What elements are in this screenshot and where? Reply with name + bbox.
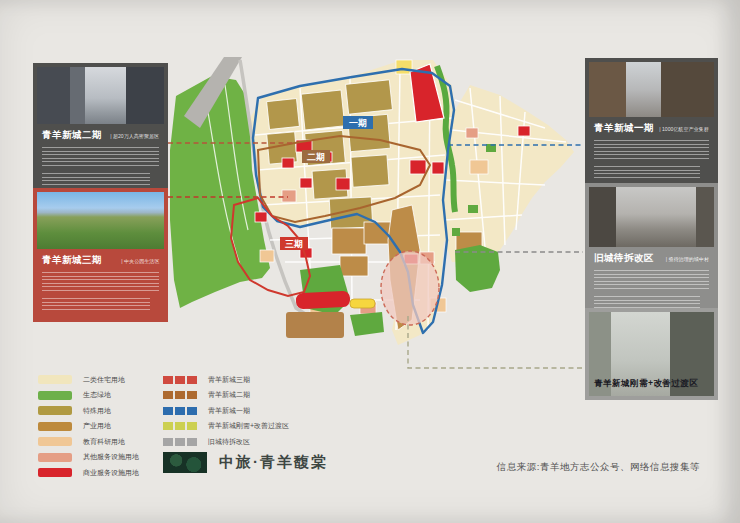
legend-color-swatch (38, 453, 72, 462)
card-phase2-subtitle: | 超20万人高密聚居区 (110, 133, 159, 139)
card-phase3-bodytext (42, 272, 159, 293)
commercial-strip (296, 291, 351, 310)
legend-dash-swatch (163, 438, 197, 446)
card-phase2: 青羊新城二期 | 超20万人高密聚居区 (33, 63, 168, 197)
yellow-badge (350, 299, 375, 308)
legend-label: 商业服务设施用地 (83, 468, 139, 478)
card-phase1-bodytext (594, 140, 709, 161)
legend-landuse-item: 特殊用地 (38, 403, 139, 419)
phase2-photo (37, 67, 164, 124)
legend-label: 其他服务设施用地 (83, 452, 139, 462)
legend-boundaries: 青羊新城三期 青羊新城二期 青羊新城一期 青羊新城刚需+改善过渡区 旧城待拆改区 (163, 372, 289, 450)
card-phase2-bodytext (42, 147, 159, 168)
legend-label: 特殊用地 (83, 406, 111, 416)
legend-label: 旧城待拆改区 (208, 437, 250, 447)
legend-label: 青羊新城二期 (208, 390, 250, 400)
legend-boundary-item: 旧城待拆改区 (163, 434, 289, 450)
card-phase1-bodytext2 (594, 166, 700, 179)
card-phase3-bodytext2 (42, 298, 150, 311)
legend-label: 生态绿地 (83, 390, 111, 400)
legend-label: 教育科研用地 (83, 437, 125, 447)
legend-label: 青羊新城一期 (208, 406, 250, 416)
phase3-badge-label: 三期 (285, 239, 303, 249)
legend-label: 青羊新城刚需+改善过渡区 (208, 421, 289, 431)
legend-color-swatch (38, 375, 72, 384)
legend-dash-swatch (163, 407, 197, 415)
legend-boundary-item: 青羊新城刚需+改善过渡区 (163, 419, 289, 435)
legend-landuse-item: 教育科研用地 (38, 434, 139, 450)
legend-landuse: 二类住宅用地 生态绿地 特殊用地 产业用地 教育科研用地 其他服务设施用地 商业… (38, 372, 139, 481)
card-phase1-title: 青羊新城一期 (594, 122, 654, 135)
oldtown-photo (589, 187, 714, 247)
legend-landuse-item: 产业用地 (38, 419, 139, 435)
legend-dash-swatch (163, 422, 197, 430)
legend-color-swatch (38, 437, 72, 446)
phase1-photo (589, 62, 714, 117)
card-phase3: 青羊新城三期 | 中央公园生活区 (33, 188, 168, 322)
card-phase3-title: 青羊新城三期 (42, 254, 102, 267)
brand-block: 中旅·青羊馥棠 (163, 452, 328, 473)
oldtown-highlight-ellipse (381, 251, 439, 325)
card-transition-title: 青羊新城刚需+改善过渡区 (594, 378, 698, 390)
phase2-badge-label: 二期 (307, 152, 325, 162)
legend-label: 青羊新城三期 (208, 375, 250, 385)
legend-dash-swatch (163, 391, 197, 399)
legend-color-swatch (38, 406, 72, 415)
legend-boundary-item: 青羊新城一期 (163, 403, 289, 419)
legend-color-swatch (38, 391, 72, 400)
phase3-photo (37, 192, 164, 249)
legend-boundary-item: 青羊新城三期 (163, 372, 289, 388)
legend-landuse-item: 商业服务设施用地 (38, 465, 139, 481)
card-oldtown-subtitle: | 亟待治理的城中村 (666, 256, 709, 262)
poster-canvas: 一期 二期 三期 青羊新城二期 | 超20万人高密聚居区 (0, 0, 740, 523)
card-phase3-subtitle: | 中央公园生活区 (121, 258, 159, 264)
legend-label: 产业用地 (83, 421, 111, 431)
card-phase2-title: 青羊新城二期 (42, 129, 102, 142)
brand-logo (163, 452, 207, 473)
card-phase1: 青羊新城一期 | 1000亿航空产业集群 (585, 58, 718, 190)
card-phase2-bodytext2 (42, 173, 150, 186)
card-oldtown-bodytext (594, 270, 709, 291)
phase1-badge-label: 一期 (349, 118, 367, 128)
legend-color-swatch (38, 468, 72, 477)
legend-dash-swatch (163, 376, 197, 384)
legend-boundary-item: 青羊新城二期 (163, 388, 289, 404)
leader-transition (408, 316, 583, 368)
legend-label: 二类住宅用地 (83, 375, 125, 385)
transition-photo: 青羊新城刚需+改善过渡区 (589, 312, 714, 396)
legend-landuse-item: 生态绿地 (38, 388, 139, 404)
source-note: 信息来源:青羊地方志公众号、网络信息搜集等 (497, 461, 700, 474)
legend-landuse-item: 二类住宅用地 (38, 372, 139, 388)
card-phase1-subtitle: | 1000亿航空产业集群 (660, 126, 709, 132)
card-transition: 青羊新城刚需+改善过渡区 (585, 308, 718, 400)
legend-landuse-item: 其他服务设施用地 (38, 450, 139, 466)
legend-color-swatch (38, 422, 72, 431)
card-oldtown-title: 旧城待拆改区 (594, 252, 654, 265)
card-oldtown: 旧城待拆改区 | 亟待治理的城中村 (585, 183, 718, 320)
facility-block (286, 312, 344, 338)
brand-name: 中旅·青羊馥棠 (219, 453, 328, 472)
